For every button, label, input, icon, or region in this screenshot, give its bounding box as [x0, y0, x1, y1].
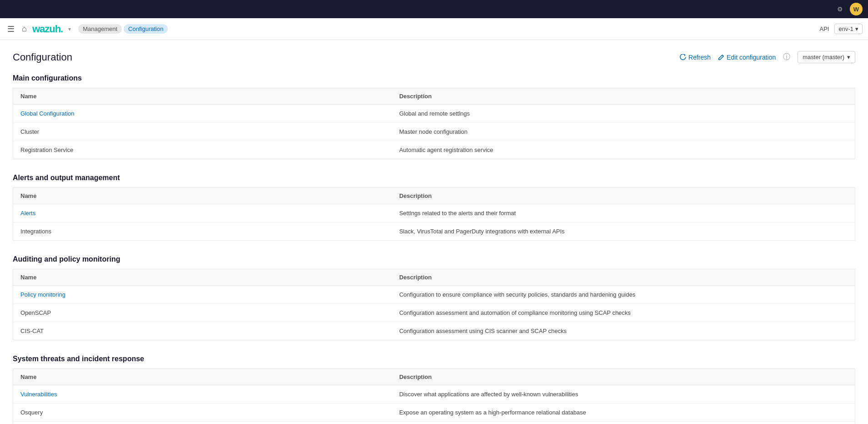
table-row: VulnerabilitiesDiscover what application… [13, 385, 855, 404]
row-description: Expose an operating system as a high-per… [392, 404, 855, 422]
node-chevron-icon: ▾ [847, 54, 850, 61]
config-link[interactable]: Vulnerabilities [20, 391, 57, 398]
table-row: Global ConfigurationGlobal and remote se… [13, 105, 855, 123]
row-name: Vulnerabilities [13, 385, 392, 404]
breadcrumb: Management Configuration [78, 24, 168, 34]
section-title-auditing-policy: Auditing and policy monitoring [13, 255, 855, 263]
section-auditing-policy: Auditing and policy monitoringNameDescri… [13, 255, 855, 340]
menu-icon[interactable]: ☰ [5, 22, 16, 36]
row-name: Global Configuration [13, 105, 392, 123]
env-selector[interactable]: env-1 ▾ [834, 24, 863, 34]
row-name: Alerts [13, 204, 392, 222]
section-alerts-output: Alerts and output managementNameDescript… [13, 174, 855, 241]
wazuh-logo: wazuh. [32, 23, 63, 35]
breadcrumb-management[interactable]: Management [78, 24, 122, 34]
row-description: Discover what applications are affected … [392, 385, 855, 404]
row-name: Osquery [13, 404, 392, 422]
col-header-description: Description [392, 269, 855, 286]
section-title-alerts-output: Alerts and output management [13, 174, 855, 182]
section-title-system-threats: System threats and incident response [13, 355, 855, 363]
navbar-right: API env-1 ▾ [820, 24, 863, 34]
row-description: Configuration assessment and automation … [392, 304, 855, 322]
table-row: OpenSCAPConfiguration assessment and aut… [13, 304, 855, 322]
row-name: Registration Service [13, 141, 392, 159]
refresh-button[interactable]: Refresh [680, 54, 711, 61]
refresh-icon [680, 54, 686, 61]
row-description: Global and remote settings [392, 105, 855, 123]
table-row: ClusterMaster node configuration [13, 123, 855, 141]
page-title: Configuration [13, 51, 72, 63]
table-row: IntegrationsSlack, VirusTotal and PagerD… [13, 222, 855, 241]
page-header: Configuration Refresh Edit configuration… [13, 51, 855, 63]
topbar: ⚙ W [0, 0, 868, 18]
help-icon[interactable]: ⓘ [783, 52, 790, 62]
row-description: Master node configuration [392, 123, 855, 141]
row-description: Gather relevant information about system… [392, 422, 855, 424]
user-avatar[interactable]: W [850, 3, 863, 15]
col-header-description: Description [392, 369, 855, 385]
section-title-main-configurations: Main configurations [13, 74, 855, 82]
config-link[interactable]: Alerts [20, 210, 35, 217]
row-name: OpenSCAP [13, 304, 392, 322]
edit-icon [718, 54, 724, 61]
topbar-icons: ⚙ W [833, 3, 863, 15]
main-content: Configuration Refresh Edit configuration… [0, 40, 868, 424]
page-actions: Refresh Edit configuration ⓘ master (mas… [680, 51, 855, 63]
config-link[interactable]: Policy monitoring [20, 291, 65, 298]
table-row: Inventory dataGather relevant informatio… [13, 422, 855, 424]
logo-chevron-icon[interactable]: ▾ [68, 26, 71, 32]
config-table-alerts-output: NameDescriptionAlertsSettings related to… [13, 187, 855, 241]
table-row: Policy monitoringConfiguration to ensure… [13, 286, 855, 304]
node-selector[interactable]: master (master) ▾ [798, 51, 855, 63]
breadcrumb-configuration[interactable]: Configuration [124, 24, 168, 34]
col-header-name: Name [13, 369, 392, 385]
col-header-name: Name [13, 269, 392, 286]
row-name: Integrations [13, 222, 392, 241]
table-row: AlertsSettings related to the alerts and… [13, 204, 855, 222]
section-system-threats: System threats and incident responseName… [13, 355, 855, 424]
table-row: OsqueryExpose an operating system as a h… [13, 404, 855, 422]
col-header-name: Name [13, 188, 392, 204]
env-chevron-icon: ▾ [855, 25, 858, 32]
config-table-main-configurations: NameDescriptionGlobal ConfigurationGloba… [13, 88, 855, 159]
row-name: Policy monitoring [13, 286, 392, 304]
col-header-description: Description [392, 88, 855, 105]
sections-container: Main configurationsNameDescriptionGlobal… [13, 74, 855, 424]
table-row: CIS-CATConfiguration assessment using CI… [13, 322, 855, 340]
row-description: Settings related to the alerts and their… [392, 204, 855, 222]
config-table-auditing-policy: NameDescriptionPolicy monitoringConfigur… [13, 269, 855, 340]
row-description: Configuration assessment using CIS scann… [392, 322, 855, 340]
config-table-system-threats: NameDescriptionVulnerabilitiesDiscover w… [13, 368, 855, 424]
col-header-description: Description [392, 188, 855, 204]
api-button[interactable]: API [820, 25, 829, 32]
edit-configuration-button[interactable]: Edit configuration [718, 54, 776, 61]
row-name: Cluster [13, 123, 392, 141]
col-header-name: Name [13, 88, 392, 105]
row-description: Configuration to ensure compliance with … [392, 286, 855, 304]
settings-icon[interactable]: ⚙ [833, 3, 846, 15]
navbar: ☰ ⌂ wazuh. ▾ Management Configuration AP… [0, 18, 868, 40]
row-description: Slack, VirusTotal and PagerDuty integrat… [392, 222, 855, 241]
section-main-configurations: Main configurationsNameDescriptionGlobal… [13, 74, 855, 159]
row-name: CIS-CAT [13, 322, 392, 340]
row-name: Inventory data [13, 422, 392, 424]
table-row: Registration ServiceAutomatic agent regi… [13, 141, 855, 159]
config-link[interactable]: Global Configuration [20, 110, 75, 117]
home-icon[interactable]: ⌂ [20, 22, 29, 35]
row-description: Automatic agent registration service [392, 141, 855, 159]
